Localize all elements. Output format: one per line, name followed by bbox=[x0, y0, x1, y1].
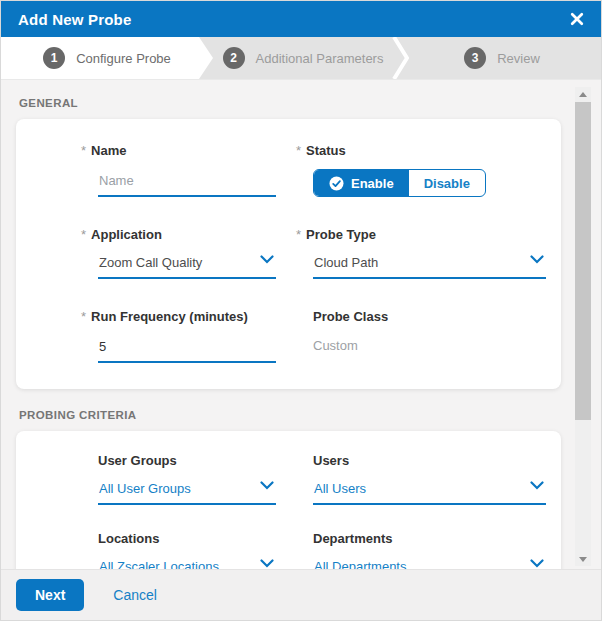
users-dropdown[interactable]: All Users bbox=[313, 481, 546, 505]
form-row-locations-departments: Locations All Zscaler Locations Departme… bbox=[98, 531, 546, 569]
step-review[interactable]: 3 Review bbox=[401, 37, 602, 79]
locations-dropdown[interactable]: All Zscaler Locations bbox=[98, 559, 276, 569]
status-label: * Status bbox=[296, 143, 546, 158]
chevron-down-icon bbox=[530, 481, 544, 490]
step-2-label: Additional Parameters bbox=[256, 51, 384, 66]
status-enable-option[interactable]: Enable bbox=[314, 170, 409, 196]
required-marker: * bbox=[296, 143, 301, 158]
add-new-probe-dialog: Add New Probe 1 Configure Probe 2 Additi… bbox=[0, 0, 602, 621]
form-row-usergroups-users: User Groups All User Groups Users All Us… bbox=[98, 453, 546, 505]
name-label: * Name bbox=[81, 143, 276, 158]
check-circle-icon bbox=[329, 176, 344, 191]
dialog-titlebar: Add New Probe bbox=[1, 1, 601, 37]
required-marker: * bbox=[81, 309, 86, 324]
user-groups-field: User Groups All User Groups bbox=[98, 453, 276, 505]
probe-class-label: Probe Class bbox=[313, 309, 546, 324]
probe-type-value: Cloud Path bbox=[314, 255, 378, 270]
form-row-frequency-class: * Run Frequency (minutes) Probe Class Cu… bbox=[98, 309, 546, 363]
general-section-heading: GENERAL bbox=[19, 97, 559, 109]
step-configure-probe[interactable]: 1 Configure Probe bbox=[1, 37, 213, 79]
dialog-title: Add New Probe bbox=[18, 11, 131, 28]
departments-value: All Departments bbox=[314, 559, 406, 569]
step-separator-chevron-icon bbox=[392, 37, 409, 79]
chevron-down-icon bbox=[530, 559, 544, 568]
departments-label: Departments bbox=[313, 531, 546, 546]
dialog-body: GENERAL * Name * Status bbox=[1, 79, 601, 569]
next-button[interactable]: Next bbox=[16, 579, 84, 611]
cancel-button[interactable]: Cancel bbox=[113, 587, 157, 603]
probing-criteria-card: User Groups All User Groups Users All Us… bbox=[16, 431, 561, 569]
form-row-name-status: * Name * Status Enable bbox=[98, 143, 546, 197]
application-value: Zoom Call Quality bbox=[99, 255, 202, 270]
user-groups-value: All User Groups bbox=[99, 481, 191, 496]
scroll-down-icon bbox=[579, 557, 587, 562]
status-toggle: Enable Disable bbox=[313, 169, 486, 197]
name-input[interactable] bbox=[98, 173, 276, 197]
chevron-down-icon bbox=[260, 559, 274, 568]
close-icon bbox=[570, 12, 584, 26]
status-disable-option[interactable]: Disable bbox=[409, 170, 485, 196]
step-1-number-badge: 1 bbox=[43, 47, 65, 69]
probe-type-dropdown[interactable]: Cloud Path bbox=[313, 255, 546, 279]
users-value: All Users bbox=[314, 481, 366, 496]
run-frequency-field: * Run Frequency (minutes) bbox=[98, 309, 276, 363]
departments-dropdown[interactable]: All Departments bbox=[313, 559, 546, 569]
chevron-down-icon bbox=[260, 481, 274, 490]
user-groups-label: User Groups bbox=[98, 453, 276, 468]
application-field: * Application Zoom Call Quality bbox=[98, 227, 276, 279]
status-field: * Status Enable Disable bbox=[313, 143, 546, 197]
probing-criteria-section-heading: PROBING CRITERIA bbox=[19, 409, 559, 421]
probe-type-field: * Probe Type Cloud Path bbox=[313, 227, 546, 279]
locations-field: Locations All Zscaler Locations bbox=[98, 531, 276, 569]
locations-value: All Zscaler Locations bbox=[99, 559, 219, 569]
locations-label: Locations bbox=[98, 531, 276, 546]
form-row-application-probetype: * Application Zoom Call Quality * Probe … bbox=[98, 227, 546, 279]
probe-class-value: Custom bbox=[313, 337, 546, 353]
step-3-number-badge: 3 bbox=[464, 47, 486, 69]
run-frequency-label: * Run Frequency (minutes) bbox=[81, 309, 276, 324]
probe-class-field: Probe Class Custom bbox=[313, 309, 546, 363]
probe-type-label: * Probe Type bbox=[296, 227, 546, 242]
users-field: Users All Users bbox=[313, 453, 546, 505]
step-additional-parameters[interactable]: 2 Additional Parameters bbox=[213, 37, 393, 79]
departments-field: Departments All Departments bbox=[313, 531, 546, 569]
wizard-stepper: 1 Configure Probe 2 Additional Parameter… bbox=[1, 37, 601, 79]
step-3-label: Review bbox=[497, 51, 540, 66]
step-2-number-badge: 2 bbox=[223, 47, 245, 69]
required-marker: * bbox=[81, 143, 86, 158]
scrollbar-track[interactable] bbox=[575, 101, 591, 552]
application-label: * Application bbox=[81, 227, 276, 242]
chevron-down-icon bbox=[260, 255, 274, 264]
user-groups-dropdown[interactable]: All User Groups bbox=[98, 481, 276, 505]
close-button[interactable] bbox=[570, 12, 584, 26]
scrollbar-thumb[interactable] bbox=[575, 102, 591, 420]
scroll-up-icon bbox=[579, 92, 587, 97]
run-frequency-input[interactable] bbox=[98, 339, 276, 363]
general-card: * Name * Status Enable bbox=[16, 119, 561, 389]
application-dropdown[interactable]: Zoom Call Quality bbox=[98, 255, 276, 279]
required-marker: * bbox=[81, 227, 86, 242]
chevron-down-icon bbox=[530, 255, 544, 264]
vertical-scrollbar[interactable] bbox=[575, 87, 591, 566]
step-1-label: Configure Probe bbox=[76, 51, 171, 66]
name-field: * Name bbox=[98, 143, 276, 197]
scroll-up-button[interactable] bbox=[575, 87, 591, 101]
required-marker: * bbox=[296, 227, 301, 242]
users-label: Users bbox=[313, 453, 546, 468]
scroll-down-button[interactable] bbox=[575, 552, 591, 566]
dialog-footer: Next Cancel bbox=[1, 569, 601, 620]
